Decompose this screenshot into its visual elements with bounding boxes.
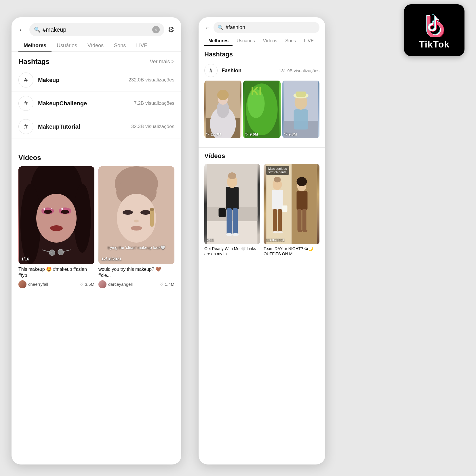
right-fashion-thumb-vid-1: 2/11 — [204, 164, 260, 244]
right-hashtag-views-fashion: 131.9B visualizações — [279, 68, 319, 73]
right-fashion-thumb-1[interactable]: ♡12.3M — [204, 81, 241, 138]
right-search-bar: ← 🔍 #fashion — [199, 17, 325, 36]
left-tab-sons[interactable]: Sons — [109, 40, 131, 52]
left-video-caption-2: trying the 'clean' makeup look🤍 — [98, 245, 174, 250]
svg-point-8 — [61, 210, 69, 214]
left-ver-mais-button[interactable]: Ver mais > — [150, 59, 174, 65]
right-fashion-vid-date-2: 11/10/2021 — [266, 238, 285, 242]
right-thumb-overlay-3: ♡9.3M — [284, 132, 297, 136]
right-fashion-vid-title-2: Team DAY or NIGHT? 🌤🌙 OUTFITS ON M... — [264, 246, 319, 256]
hashtag-views-makeupT: 32.3B visualizações — [131, 124, 174, 130]
svg-point-22 — [140, 210, 151, 215]
hashtag-views-makeupc: 7.2B visualizações — [134, 100, 174, 106]
left-likes-1: 3.5M — [85, 282, 94, 287]
right-fashion-video-2[interactable]: Mais curtidos stretch pants 11/10/2021 T… — [264, 164, 319, 256]
hashtag-name-makeup: Makeup — [38, 77, 124, 83]
left-heart-icon-2: ♡ — [159, 282, 163, 287]
svg-point-10 — [51, 208, 52, 209]
svg-point-71 — [302, 230, 308, 232]
tiktok-logo-box: TikTok — [404, 4, 464, 56]
svg-point-7 — [44, 210, 52, 214]
left-tab-live[interactable]: LIVE — [131, 40, 153, 52]
svg-point-9 — [43, 208, 45, 210]
left-back-button[interactable]: ← — [18, 25, 26, 34]
left-likes-2: 1.4M — [165, 282, 174, 287]
right-badge-sub: stretch pants — [268, 170, 287, 174]
right-tab-videos[interactable]: Vídeos — [259, 36, 281, 46]
left-tab-melhores[interactable]: Melhores — [18, 40, 52, 52]
right-thumb-likes-1: 12.3M — [211, 132, 221, 136]
svg-rect-51 — [219, 208, 226, 217]
left-hashtags-title: Hashtags — [18, 58, 49, 66]
hashtag-row-makeupT[interactable]: # MakeupTutorial 32.3B visualizações — [12, 115, 181, 138]
left-search-text: #makeup — [43, 26, 150, 33]
svg-rect-39 — [294, 109, 308, 130]
left-clear-button[interactable]: ✕ — [152, 26, 160, 33]
left-video-author-row-1: cheerryfall ♡ 3.5M — [18, 280, 94, 288]
hashtag-views-makeup: 232.0B visualizações — [128, 77, 174, 83]
left-author-name-2: darceyangell — [108, 282, 158, 287]
hashtag-name-makeupc: MakeupChallenge — [38, 100, 129, 107]
svg-rect-63 — [297, 191, 308, 210]
svg-point-23 — [134, 220, 139, 222]
left-hashtags-header: Hashtags Ver mais > — [12, 52, 181, 68]
right-hashtag-row-fashion[interactable]: # Fashion 131.9B visualizações — [199, 60, 325, 81]
left-video-svg-1 — [18, 166, 94, 264]
svg-rect-26 — [150, 208, 154, 211]
right-thumb-likes-2: 9.6M — [250, 132, 258, 136]
right-tab-live[interactable]: LIVE — [300, 36, 318, 46]
left-video-thumb-1: 1/16 — [18, 166, 94, 264]
tiktok-logo-text: TikTok — [419, 39, 450, 50]
left-author-name-1: cheerryfall — [28, 282, 78, 287]
right-thumb-likes-3: 9.3M — [289, 132, 297, 136]
right-tab-usuarios[interactable]: Usuários — [233, 36, 259, 46]
left-tab-usuarios[interactable]: Usuários — [52, 40, 82, 52]
right-search-input-wrap[interactable]: 🔍 #fashion — [214, 22, 319, 33]
right-tabs: Melhores Usuários Vídeos Sons LIVE — [199, 36, 325, 46]
hashtag-row-makeup[interactable]: # Makeup 232.0B visualizações — [12, 68, 181, 92]
left-search-icon: 🔍 — [34, 26, 40, 33]
svg-point-11 — [61, 208, 63, 210]
left-video-meta-1: This makeup 🤩 #makeup #asian #fyp cheerr… — [18, 266, 94, 288]
right-fashion-thumb-2[interactable]: KI ♡9.6M — [243, 81, 280, 138]
svg-rect-57 — [272, 190, 283, 210]
right-fashion-vid-title-1: Get Ready With Me 🤍 Links are on my In..… — [204, 246, 260, 256]
right-fashion-video-1[interactable]: 2/11 Get Ready With Me 🤍 Links are on my… — [204, 164, 260, 256]
svg-point-70 — [298, 230, 303, 232]
left-video-card-2[interactable]: trying the 'clean' makeup look🤍 12/18/20… — [98, 166, 174, 288]
left-video-overlay-2: 12/18/2021 — [101, 257, 121, 261]
right-tab-sons[interactable]: Sons — [281, 36, 300, 46]
left-tabs: Melhores Usuários Vídeos Sons LIVE — [12, 40, 181, 52]
right-divider — [199, 147, 325, 148]
right-tab-melhores[interactable]: Melhores — [204, 36, 233, 46]
left-video-desc-1: This makeup 🤩 #makeup #asian #fyp — [18, 266, 94, 279]
hash-icon-makeupT: # — [18, 119, 33, 134]
left-videos-title: Vídeos — [18, 154, 174, 162]
svg-rect-64 — [298, 209, 302, 231]
left-search-input-wrap[interactable]: 🔍 #makeup ✕ — [29, 23, 164, 36]
right-videos-header: Vídeos — [199, 152, 325, 160]
left-avatar-2 — [98, 280, 106, 288]
right-fashion-vid-svg-1 — [204, 164, 260, 244]
svg-rect-42 — [296, 92, 306, 97]
svg-point-4 — [36, 194, 77, 243]
left-video-card-1[interactable]: 1/16 This makeup 🤩 #makeup #asian #fyp c… — [18, 166, 94, 288]
svg-point-12 — [50, 225, 63, 231]
right-fashion-thumbs: ♡12.3M KI ♡9.6M — [199, 81, 325, 143]
left-filter-button[interactable]: ⚙ — [168, 25, 174, 34]
hash-icon-makeup: # — [18, 73, 33, 87]
right-back-button[interactable]: ← — [204, 24, 211, 31]
svg-point-52 — [226, 233, 233, 236]
left-tab-videos[interactable]: Vídeos — [82, 40, 109, 52]
left-videos-section: Vídeos — [12, 148, 181, 288]
svg-point-67 — [297, 177, 307, 186]
svg-point-24 — [131, 226, 142, 231]
left-avatar-1 — [18, 280, 26, 288]
right-fashion-thumb-3[interactable]: ♡9.3M — [282, 81, 319, 138]
tiktok-logo-icon — [421, 11, 447, 37]
hash-icon-makeupc: # — [18, 96, 33, 111]
left-search-bar: ← 🔍 #makeup ✕ ⚙ — [12, 17, 181, 40]
hashtag-row-makeupc[interactable]: # MakeupChallenge 7.2B visualizações — [12, 92, 181, 115]
svg-point-32 — [217, 90, 229, 100]
right-thumb-overlay-2: ♡9.6M — [245, 132, 258, 136]
